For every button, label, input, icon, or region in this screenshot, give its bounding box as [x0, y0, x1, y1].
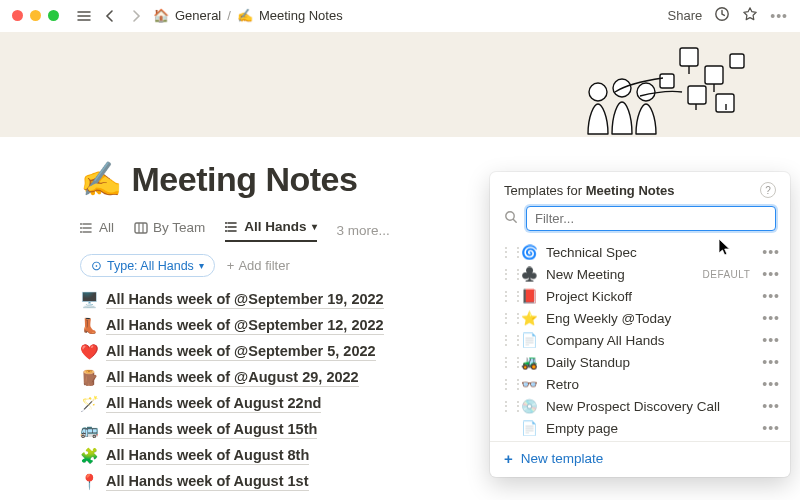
- list-item-icon: 👢: [80, 317, 98, 335]
- template-name: New Prospect Discovery Call: [546, 399, 754, 414]
- breadcrumb-child-icon: ✍️: [237, 8, 253, 23]
- drag-handle-icon[interactable]: ⋮⋮: [500, 311, 512, 325]
- list-item-icon: 📍: [80, 473, 98, 491]
- tabs-more[interactable]: 3 more...: [337, 223, 390, 238]
- board-icon: [134, 221, 148, 235]
- drag-handle-icon[interactable]: ⋮⋮: [500, 245, 512, 259]
- template-name: Technical Spec: [546, 245, 754, 260]
- template-row[interactable]: ⋮⋮💿New Prospect Discovery Call•••: [490, 395, 790, 417]
- breadcrumb-separator: /: [227, 8, 231, 23]
- tab-all-hands[interactable]: All Hands ▾: [225, 219, 316, 242]
- svg-point-1: [589, 83, 607, 101]
- template-more-icon[interactable]: •••: [762, 376, 780, 392]
- hamburger-menu-icon[interactable]: [75, 7, 93, 25]
- drag-handle-icon[interactable]: ⋮⋮: [500, 355, 512, 369]
- svg-rect-8: [660, 74, 674, 88]
- tab-all-label: All: [99, 220, 114, 235]
- svg-point-16: [225, 230, 227, 232]
- list-item-title: All Hands week of @August 29, 2022: [106, 369, 359, 387]
- forward-button[interactable]: [127, 7, 145, 25]
- templates-filter-input[interactable]: [526, 206, 776, 231]
- svg-point-12: [80, 231, 82, 233]
- add-filter-button[interactable]: + Add filter: [227, 258, 290, 273]
- template-icon: 🚜: [520, 354, 538, 370]
- list-item-icon: 🪵: [80, 369, 98, 387]
- page-icon[interactable]: ✍️: [80, 159, 122, 199]
- svg-rect-9: [730, 54, 744, 68]
- filter-pill-type[interactable]: ⊙ Type: All Hands ▾: [80, 254, 215, 277]
- drag-handle-icon[interactable]: ⋮⋮: [500, 289, 512, 303]
- template-row[interactable]: ⋮⋮📄Company All Hands•••: [490, 329, 790, 351]
- list-item-title: All Hands week of August 8th: [106, 447, 309, 465]
- drag-handle-icon[interactable]: ⋮⋮: [500, 377, 512, 391]
- page-title-text[interactable]: Meeting Notes: [132, 160, 358, 199]
- list-item-icon: 🧩: [80, 447, 98, 465]
- template-row[interactable]: ⋮⋮♣️New MeetingDEFAULT•••: [490, 263, 790, 285]
- drag-handle-icon[interactable]: ⋮⋮: [500, 399, 512, 413]
- template-icon: 📄: [520, 420, 538, 436]
- cover-illustration: [540, 36, 760, 137]
- close-window-button[interactable]: [12, 10, 23, 21]
- back-button[interactable]: [101, 7, 119, 25]
- list-item-icon: 🚌: [80, 421, 98, 439]
- svg-point-11: [80, 227, 82, 229]
- template-icon: ♣️: [520, 266, 538, 282]
- tab-all-hands-label: All Hands: [244, 219, 306, 234]
- templates-panel: Templates for Meeting Notes ? ⋮⋮🌀Technic…: [490, 172, 790, 477]
- svg-point-3: [637, 83, 655, 101]
- plus-icon: +: [227, 258, 235, 273]
- page-more-icon[interactable]: •••: [770, 8, 788, 24]
- template-more-icon[interactable]: •••: [762, 354, 780, 370]
- list-item-icon: 🪄: [80, 395, 98, 413]
- filter-pill-label: Type: All Hands: [107, 259, 194, 273]
- list-item-title: All Hands week of August 1st: [106, 473, 309, 491]
- maximize-window-button[interactable]: [48, 10, 59, 21]
- template-row[interactable]: ⋮⋮👓Retro•••: [490, 373, 790, 395]
- tab-by-team[interactable]: By Team: [134, 220, 205, 241]
- template-icon: 📕: [520, 288, 538, 304]
- list-item-title: All Hands week of August 22nd: [106, 395, 321, 413]
- template-icon: 💿: [520, 398, 538, 414]
- breadcrumb-parent[interactable]: General: [175, 8, 221, 23]
- template-icon: 👓: [520, 376, 538, 392]
- template-row[interactable]: ⋮⋮📕Project Kickoff•••: [490, 285, 790, 307]
- template-name: Empty page: [546, 421, 754, 436]
- svg-rect-6: [688, 86, 706, 104]
- drag-handle-icon[interactable]: ⋮⋮: [500, 333, 512, 347]
- template-row[interactable]: ⋮⋮🚜Daily Standup•••: [490, 351, 790, 373]
- list-icon: [225, 220, 239, 234]
- template-row[interactable]: 📄Empty page•••: [490, 417, 790, 439]
- list-item-icon: ❤️: [80, 343, 98, 361]
- svg-point-14: [225, 222, 227, 224]
- svg-rect-5: [705, 66, 723, 84]
- template-row[interactable]: ⋮⋮🌀Technical Spec•••: [490, 241, 790, 263]
- list-item-title: All Hands week of @September 12, 2022: [106, 317, 384, 335]
- template-more-icon[interactable]: •••: [762, 266, 780, 282]
- svg-point-15: [225, 226, 227, 228]
- help-icon[interactable]: ?: [760, 182, 776, 198]
- tab-all[interactable]: All: [80, 220, 114, 241]
- breadcrumb-parent-icon: 🏠: [153, 8, 169, 23]
- drag-handle-icon[interactable]: ⋮⋮: [500, 267, 512, 281]
- target-icon: ⊙: [91, 258, 102, 273]
- template-more-icon[interactable]: •••: [762, 288, 780, 304]
- templates-panel-title: Templates for Meeting Notes: [504, 183, 675, 198]
- share-button[interactable]: Share: [668, 8, 703, 23]
- breadcrumb-child[interactable]: Meeting Notes: [259, 8, 343, 23]
- template-more-icon[interactable]: •••: [762, 420, 780, 436]
- template-icon: 📄: [520, 332, 538, 348]
- breadcrumb: 🏠 General / ✍️ Meeting Notes: [153, 8, 343, 23]
- template-name: Daily Standup: [546, 355, 754, 370]
- updates-icon[interactable]: [714, 6, 730, 25]
- template-more-icon[interactable]: •••: [762, 244, 780, 260]
- new-template-button[interactable]: + New template: [490, 441, 790, 473]
- template-more-icon[interactable]: •••: [762, 310, 780, 326]
- favorite-icon[interactable]: [742, 6, 758, 25]
- plus-icon: +: [504, 450, 513, 467]
- template-icon: ⭐: [520, 310, 538, 326]
- chevron-down-icon: ▾: [199, 260, 204, 271]
- template-row[interactable]: ⋮⋮⭐Eng Weekly @Today•••: [490, 307, 790, 329]
- minimize-window-button[interactable]: [30, 10, 41, 21]
- template-more-icon[interactable]: •••: [762, 398, 780, 414]
- template-more-icon[interactable]: •••: [762, 332, 780, 348]
